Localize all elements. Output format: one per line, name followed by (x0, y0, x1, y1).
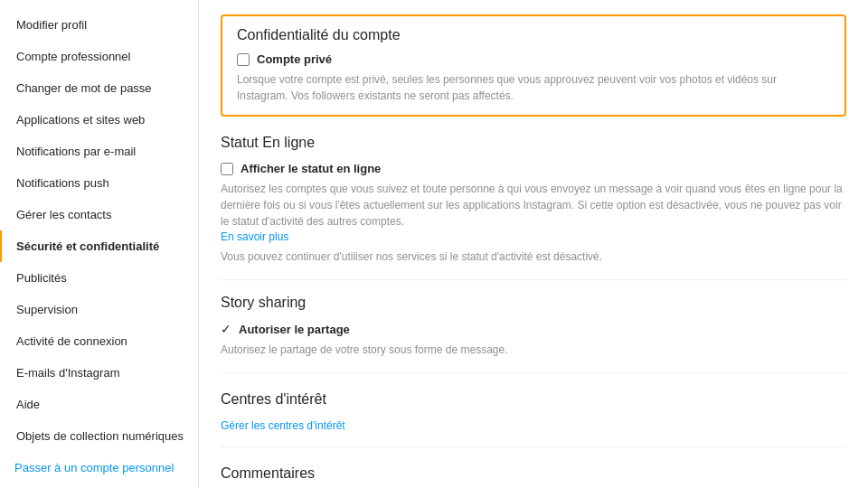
sidebar-item-objets-collection[interactable]: Objets de collection numériques (0, 420, 198, 452)
story-sharing-section: Story sharing ✓ Autoriser le partage Aut… (221, 295, 846, 373)
story-sharing-description: Autorisez le partage de votre story sous… (221, 342, 846, 358)
online-status-row: Afficher le statut en ligne (221, 162, 846, 175)
sidebar-link-personal-account[interactable]: Passer à un compte personnel (0, 452, 198, 483)
app-container: Modifier profilCompte professionnelChang… (0, 0, 868, 488)
online-status-info: Vous pouvez continuer d'utiliser nos ser… (221, 249, 846, 265)
sidebar-item-modifier-profil[interactable]: Modifier profil (0, 9, 198, 41)
main-content: Confidentialité du compte Compte privé L… (199, 0, 868, 488)
online-status-label: Afficher le statut en ligne (241, 162, 381, 175)
sidebar-item-publicites[interactable]: Publicités (0, 262, 198, 294)
online-status-description: Autorisez les comptes que vous suivez et… (221, 181, 846, 230)
checkmark-icon: ✓ (221, 322, 231, 336)
account-privacy-title: Confidentialité du compte (237, 27, 830, 43)
sidebar-item-securite-confidentialite[interactable]: Sécurité et confidentialité (0, 230, 198, 262)
centres-interet-title: Centres d'intérêt (221, 391, 846, 408)
compte-prive-label: Compte privé (257, 52, 332, 66)
compte-prive-row: Compte privé (237, 52, 830, 66)
story-sharing-title: Story sharing (221, 295, 846, 311)
sidebar-item-aide[interactable]: Aide (0, 389, 198, 420)
sidebar-item-gerer-contacts[interactable]: Gérer les contacts (0, 199, 198, 230)
sidebar-item-notifications-email[interactable]: Notifications par e-mail (0, 136, 198, 167)
sidebar-item-applications-sites-web[interactable]: Applications et sites web (0, 104, 198, 136)
commentaires-section: Commentaires Modifier les paramètres des… (221, 465, 846, 488)
sidebar: Modifier profilCompte professionnelChang… (0, 0, 199, 488)
story-sharing-row: ✓ Autoriser le partage (221, 322, 846, 336)
online-status-section: Statut En ligne Afficher le statut en li… (221, 135, 846, 280)
centres-interet-section: Centres d'intérêt Gérer les centres d'in… (221, 391, 846, 447)
centres-interet-link[interactable]: Gérer les centres d'intérêt (221, 419, 345, 432)
account-privacy-section: Confidentialité du compte Compte privé L… (221, 14, 846, 117)
online-status-checkbox[interactable] (221, 163, 233, 175)
sidebar-item-supervision[interactable]: Supervision (0, 294, 198, 325)
commentaires-title: Commentaires (221, 465, 846, 482)
sidebar-item-emails-instagram[interactable]: E-mails d'Instagram (0, 357, 198, 389)
online-status-learn-more[interactable]: En savoir plus (221, 230, 288, 243)
sidebar-item-compte-professionnel[interactable]: Compte professionnel (0, 41, 198, 72)
sidebar-item-changer-mot-de-passe[interactable]: Changer de mot de passe (0, 72, 198, 104)
online-status-title: Statut En ligne (221, 135, 846, 151)
compte-prive-checkbox[interactable] (237, 53, 250, 66)
sidebar-item-notifications-push[interactable]: Notifications push (0, 167, 198, 199)
sidebar-item-activite-connexion[interactable]: Activité de connexion (0, 325, 198, 357)
story-sharing-label: Autoriser le partage (239, 323, 350, 336)
compte-prive-description: Lorsque votre compte est privé, seules l… (237, 71, 830, 104)
